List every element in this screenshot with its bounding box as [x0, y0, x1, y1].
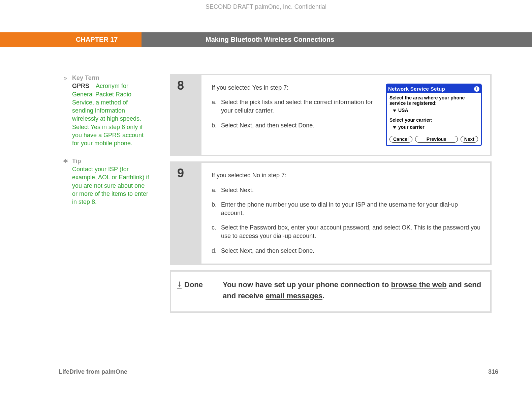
tip-heading: Tip — [72, 158, 81, 164]
step-8-intro: If you selected Yes in step 7: — [212, 84, 377, 92]
tip-body: Contact your ISP (for example, AOL or Ea… — [72, 166, 149, 205]
step-9-d-text: Select Next, and then select Done. — [221, 247, 482, 255]
page-footer: LifeDrive from palmOne 316 — [59, 366, 498, 375]
done-box: ↓ Done You now have set up your phone co… — [170, 270, 492, 313]
keyterm-term: GPRS — [72, 83, 89, 89]
chapter-title: Making Bluetooth Wireless Connections — [142, 32, 532, 47]
step-8-b-letter: b. — [212, 121, 221, 130]
chapter-header: CHAPTER 17 Making Bluetooth Wireless Con… — [0, 32, 532, 47]
footer-product-name: LifeDrive from palmOne — [59, 368, 127, 375]
dropdown-icon — [393, 110, 396, 112]
dropdown-icon — [393, 126, 396, 129]
palm-cancel-button[interactable]: Cancel — [389, 136, 412, 143]
keyterm-heading: Key Term — [72, 74, 99, 81]
palm-titlebar-text: Network Service Setup — [388, 85, 474, 92]
palm-screenshot: Network Service Setup i Select the area … — [386, 84, 482, 146]
tip-block: ✱ Tip Contact your ISP (for example, AOL… — [59, 157, 150, 206]
step-8-b-text: Select Next, and then select Done. — [221, 121, 377, 130]
step-8-a-letter: a. — [212, 98, 221, 115]
step-9-a-text: Select Next. — [221, 186, 482, 194]
step-9-b-letter: b. — [212, 201, 221, 217]
step-9-d-letter: d. — [212, 247, 221, 255]
chapter-label: CHAPTER 17 — [0, 36, 142, 43]
link-browse-web[interactable]: browse the web — [391, 280, 447, 289]
chapter-label-block: CHAPTER 17 — [0, 32, 142, 47]
link-email-messages[interactable]: email messages — [265, 292, 322, 300]
step-9-c-letter: c. — [212, 223, 221, 240]
step-9-b-text: Enter the phone number you use to dial i… — [221, 201, 482, 217]
keyterm-body: Acronym for General Packet Radio Service… — [72, 83, 144, 147]
step-9-a-letter: a. — [212, 186, 221, 194]
done-arrow-icon: ↓ — [177, 279, 182, 288]
step-9-intro: If you selected No in step 7: — [212, 171, 482, 180]
palm-area-prompt: Select the area where your phone service… — [389, 95, 478, 106]
step-9-box: 9 If you selected No in step 7: a. Selec… — [170, 161, 492, 265]
tip-icon: ✱ — [59, 157, 72, 206]
step-8-a-text: Select the pick lists and select the cor… — [221, 98, 377, 115]
sidebar: » Key Term GPRS Acronym for General Pack… — [59, 74, 156, 313]
footer-page-number: 316 — [488, 368, 498, 375]
done-label: Done — [184, 279, 203, 290]
palm-next-button[interactable]: Next — [461, 136, 478, 143]
step-8-number: 8 — [171, 75, 201, 155]
palm-carrier-prompt: Select your carrier: — [389, 117, 478, 123]
palm-carrier-picklist[interactable]: your carrier — [393, 124, 478, 131]
done-message: You now have set up your phone connectio… — [223, 279, 482, 301]
keyterm-block: » Key Term GPRS Acronym for General Pack… — [59, 74, 150, 148]
main-column: 8 If you selected Yes in step 7: a. Sele… — [170, 74, 492, 313]
keyterm-icon: » — [59, 74, 72, 148]
step-8-box: 8 If you selected Yes in step 7: a. Sele… — [170, 74, 492, 156]
info-icon[interactable]: i — [474, 86, 479, 92]
confidential-watermark: SECOND DRAFT palmOne, Inc. Confidential — [0, 0, 532, 10]
step-9-c-text: Select the Password box, enter your acco… — [221, 223, 482, 240]
palm-previous-button[interactable]: Previous — [415, 136, 458, 143]
palm-area-picklist[interactable]: USA — [393, 107, 478, 114]
step-9-number: 9 — [171, 163, 201, 263]
